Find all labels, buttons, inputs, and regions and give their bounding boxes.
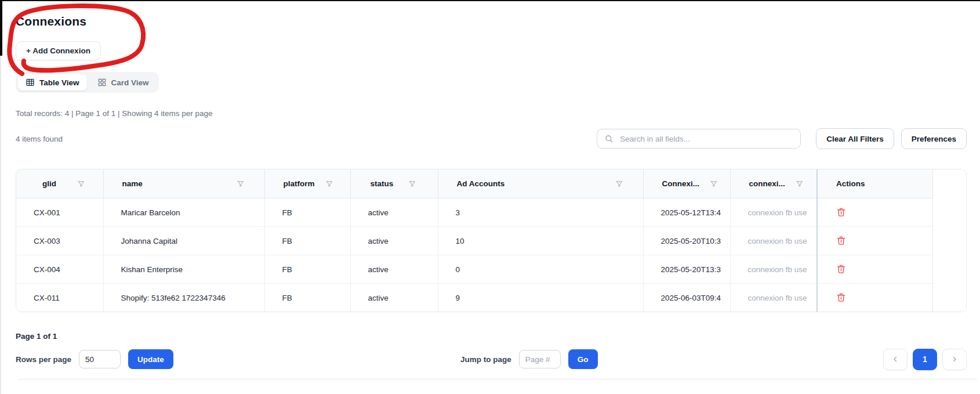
jump-to-page-label: Jump to page [460,355,511,364]
bottom-divider [19,379,977,379]
table-row: CX-001Maricar BarcelonFBactive32025-05-1… [16,198,967,227]
page-info-label: Page 1 of 1 [16,332,980,341]
column-label: glid [42,179,56,188]
screen-artifact-top-line [0,0,980,1]
filter-funnel-icon[interactable] [77,180,85,188]
column-label: platform [284,179,315,188]
cell-glid: CX-004 [16,255,103,284]
cell-platform: FB [264,284,350,312]
column-label: Ad Accounts [457,179,505,188]
cell-name: Shopify: 513fe62 1722347346 [103,284,264,312]
table-row: CX-011Shopify: 513fe62 1722347346FBactiv… [16,284,967,312]
table-view-label: Table View [39,78,79,87]
cell-actions [817,198,932,227]
cell-name: Kishan Enterprise [103,255,264,284]
delete-row-button[interactable] [835,263,847,275]
column-label: name [122,179,143,188]
cell-connexion_date: 2025-06-03T09:4 [643,284,730,312]
prev-page-button[interactable] [883,349,908,370]
search-input[interactable] [619,134,793,144]
column-header-name[interactable]: name [103,169,264,198]
toolbar-row: 4 items found Clear All Filters Preferen… [16,128,967,149]
cell-connexion_note: connexion fb use [730,255,817,284]
column-header-glid[interactable]: glid [16,169,103,198]
table-row: CX-003Johanna CapitalFBactive102025-05-2… [16,227,967,255]
filter-funnel-icon[interactable] [237,180,245,188]
column-label: Actions [836,179,865,188]
update-button[interactable]: Update [128,349,173,369]
cell-glid: CX-011 [16,284,103,312]
cell-glid: CX-001 [16,198,103,227]
jump-page-input[interactable] [519,350,561,368]
table-header-row: glidnameplatformstatusAd AccountsConnexi… [16,169,967,198]
trash-icon [836,292,846,302]
filter-funnel-icon[interactable] [408,180,416,188]
add-connexion-button[interactable]: + Add Connexion [16,41,101,60]
cell-actions [817,284,932,312]
cell-connexion_note: connexion fb use [730,284,817,312]
cell-ad_accounts: 10 [438,227,643,255]
rows-per-page-group: Rows per page Update [16,348,173,370]
cell-name: Johanna Capital [103,227,264,255]
filter-funnel-icon[interactable] [710,180,718,188]
tab-table-view[interactable]: Table View [18,74,87,91]
cell-platform: FB [264,198,350,227]
search-box[interactable] [597,129,801,149]
cell-ad_accounts: 0 [438,255,643,284]
cell-connexion_note: connexion fb use [730,198,817,227]
delete-row-button[interactable] [835,291,847,303]
trash-icon [836,236,846,245]
column-header-status[interactable]: status [350,169,438,198]
delete-row-button[interactable] [835,234,847,247]
filter-funnel-icon[interactable] [796,180,804,188]
table-filler-cell [932,198,967,227]
filter-funnel-icon[interactable] [615,180,623,188]
cell-status: active [350,198,438,227]
cell-platform: FB [264,227,350,255]
trash-icon [836,264,846,274]
page-number-button[interactable]: 1 [913,349,937,370]
table-filler-cell [932,255,967,284]
column-header-platform[interactable]: platform [264,169,350,198]
rows-per-page-label: Rows per page [16,355,71,364]
column-label: status [371,179,394,188]
column-header-actions[interactable]: Actions [817,169,932,198]
tab-card-view[interactable]: Card View [90,74,157,91]
column-header-connexion_note[interactable]: connexi... [730,169,817,198]
cell-ad_accounts: 9 [438,284,643,312]
pagination: 1 [883,348,967,370]
cell-status: active [350,227,438,255]
rows-per-page-input[interactable] [79,350,121,368]
search-icon [604,134,614,143]
table-filler-cell [932,284,967,312]
column-label: Connexi... [662,179,700,188]
card-view-icon [97,78,107,87]
items-found-label: 4 items found [16,135,597,143]
table-filler-cell [932,227,967,255]
chevron-left-icon [891,355,899,363]
table-body: CX-001Maricar BarcelonFBactive32025-05-1… [16,198,967,312]
column-header-ad_accounts[interactable]: Ad Accounts [438,169,643,198]
cell-ad_accounts: 3 [438,198,643,227]
table-view-icon [26,78,35,87]
cell-name: Maricar Barcelon [103,198,264,227]
records-summary: Total records: 4 | Page 1 of 1 | Showing… [16,109,980,118]
cell-actions [817,227,932,255]
jump-to-page-group: Jump to page Go [460,348,598,370]
column-header-connexion_date[interactable]: Connexi... [643,169,730,198]
next-page-button[interactable] [942,349,967,370]
preferences-button[interactable]: Preferences [901,128,967,149]
delete-row-button[interactable] [835,206,847,218]
view-toggle: Table View Card View [16,72,159,93]
clear-all-filters-button[interactable]: Clear All Filters [816,128,894,149]
cell-connexion_date: 2025-05-20T13:3 [643,255,730,284]
filter-funnel-icon[interactable] [325,180,333,188]
go-button[interactable]: Go [568,349,598,369]
cell-actions [817,255,932,284]
footer-controls: Rows per page Update Jump to page Go 1 [16,348,967,370]
page-title: Connexions [16,15,980,28]
screen-artifact-left-bar [0,0,2,56]
cell-status: active [350,255,438,284]
chevron-right-icon [950,355,959,363]
cell-status: active [350,284,438,312]
